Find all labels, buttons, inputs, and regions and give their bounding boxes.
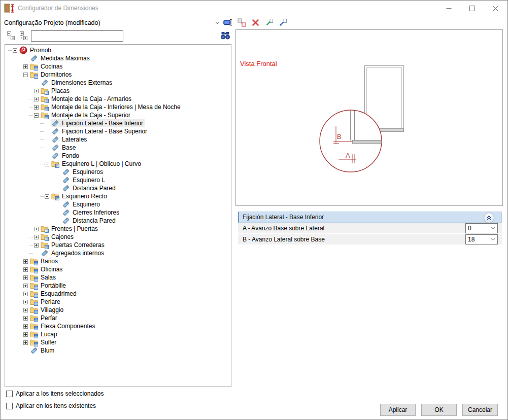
tree-item-content[interactable]: Sulfer [30, 338, 58, 346]
tree-item-content[interactable]: Montaje de la Caja - Armarios [41, 95, 133, 103]
checkbox-box[interactable] [6, 403, 13, 409]
tree-item-content[interactable]: Cocinas [30, 62, 64, 71]
tree-item-content[interactable]: Portábille [30, 282, 67, 290]
tree-item[interactable]: Puertas Correderas [5, 241, 231, 249]
search-input[interactable] [31, 30, 123, 42]
tree-item[interactable]: Villaggio [5, 306, 231, 314]
tree-item[interactable]: Portábille [5, 282, 231, 290]
tree-item[interactable]: Esquinero L [5, 176, 231, 184]
tree-item-content[interactable]: Salas [30, 273, 57, 282]
config-selector[interactable]: Configuração Projeto (modificado) [4, 18, 220, 28]
tree-item-content[interactable]: Montaje de la Caja - Inferiores | Mesa d… [41, 103, 182, 111]
tree-item-content[interactable]: Esquadrimed [30, 290, 78, 298]
tree-item[interactable]: Medidas Máximas [5, 54, 231, 62]
expand-toggle-icon[interactable] [23, 332, 28, 337]
expand-toggle-icon[interactable] [23, 316, 28, 321]
tree-item-content[interactable]: Dimensiones Externas [41, 79, 114, 87]
tree-item-content[interactable]: Perfar [30, 314, 59, 322]
tree-item-content[interactable]: Blum [30, 346, 56, 355]
maximize-button[interactable] [460, 1, 484, 16]
tree-item-content[interactable]: Distancia Pared [62, 217, 117, 225]
collapse-toggle-icon[interactable] [13, 48, 17, 53]
tree-item-content[interactable]: Cajones [41, 233, 75, 241]
tree-item[interactable]: Frentes | Puertas [5, 225, 231, 233]
tree-item-content[interactable]: Distancia Pared [62, 184, 117, 192]
double-chevron-up-icon[interactable] [484, 213, 494, 223]
tree-item[interactable]: Cajones [5, 233, 231, 241]
tree-item[interactable]: Distancia Pared [5, 217, 231, 225]
expand-toggle-icon[interactable] [23, 340, 28, 345]
tree-item[interactable]: Distancia Pared [5, 184, 231, 192]
tree-item[interactable]: Dormitorios [5, 71, 231, 79]
tree-item[interactable]: Promob [5, 46, 231, 54]
tree-item[interactable]: Montaje de la Caja - Armarios [5, 95, 231, 103]
expand-toggle-icon[interactable] [23, 64, 28, 69]
tree-item-selected[interactable]: Fijación Lateral - Base Inferior [51, 119, 145, 127]
import-config-icon[interactable] [278, 17, 288, 27]
collapse-toggle-icon[interactable] [45, 194, 49, 199]
checkbox-apply-existing[interactable]: Aplicar en los itens existentes [6, 402, 96, 409]
expand-toggle-icon[interactable] [34, 243, 39, 248]
tree-item-content[interactable]: Laterales [51, 135, 88, 144]
expand-toggle-icon[interactable] [23, 259, 28, 264]
binoculars-icon[interactable] [220, 31, 230, 40]
collapse-toggle-icon[interactable] [45, 162, 49, 166]
tree-item[interactable]: Oficinas [5, 265, 231, 273]
tree-item[interactable]: Agregados internos [5, 249, 231, 257]
tree-item[interactable]: Montaje de la Caja - Inferiores | Mesa d… [5, 103, 231, 111]
expand-toggle-icon[interactable] [34, 105, 39, 110]
tree-item-content[interactable]: Cierres Inferiores [62, 208, 121, 217]
expand-toggle-icon[interactable] [23, 275, 28, 280]
tree-item[interactable]: Esquinero Recto [5, 192, 231, 200]
delete-config-icon[interactable] [250, 17, 260, 27]
tree-item[interactable]: Placas [5, 87, 231, 95]
tree-item-content[interactable]: Dormitorios [30, 71, 73, 79]
tree-item-content[interactable]: Frentes | Puertas [41, 225, 99, 233]
tree-item-content[interactable]: Lucap [30, 330, 59, 338]
expand-toggle-icon[interactable] [23, 300, 28, 304]
tree-item-content[interactable]: Flexa Componentes [30, 322, 96, 330]
rename-config-icon[interactable] [223, 17, 233, 27]
tree-item-content[interactable]: Fijación Lateral - Base Superior [51, 127, 149, 135]
apply-button[interactable]: Aplicar [380, 404, 416, 416]
expand-toggle-icon[interactable] [34, 97, 39, 101]
expand-toggle-icon[interactable] [34, 89, 39, 93]
tree-item-content[interactable]: Esquinero Recto [51, 192, 109, 200]
tree-item-content[interactable]: Medidas Máximas [30, 54, 91, 62]
tree-item[interactable]: Fijación Lateral - Base Superior [5, 127, 231, 135]
tree-item[interactable]: Esquadrimed [5, 290, 231, 298]
tree-item-content[interactable]: Esquineros [62, 168, 105, 176]
tree-item[interactable]: Salas [5, 273, 231, 282]
tree-item[interactable]: Montaje de la Caja - Superior [5, 111, 231, 119]
tree-item-content[interactable]: Villaggio [30, 306, 65, 314]
param-value-combobox[interactable]: 18 [465, 234, 498, 244]
tree-item[interactable]: Esquineros [5, 168, 231, 176]
checkbox-apply-selected[interactable]: Aplicar a los itens seleccionados [6, 390, 104, 397]
param-value-combobox[interactable]: 0 [465, 223, 498, 233]
tree-item[interactable]: Esquinero L | Oblicuo | Curvo [5, 160, 231, 168]
expand-all-icon[interactable] [20, 31, 29, 42]
tree-item[interactable]: Cocinas [5, 62, 231, 71]
tree-item-content[interactable]: Fondo [51, 152, 81, 160]
tree-item-content[interactable]: Agregados internos [41, 249, 106, 257]
tree-item[interactable]: Laterales [5, 135, 231, 144]
expand-toggle-icon[interactable] [23, 284, 28, 288]
collapse-all-icon[interactable] [7, 31, 16, 42]
tree-item[interactable]: Esquinero [5, 200, 231, 208]
tree-item-content[interactable]: Placas [41, 87, 71, 95]
expand-toggle-icon[interactable] [23, 308, 28, 312]
tree-item[interactable]: Perlare [5, 298, 231, 306]
copy-config-icon[interactable] [236, 17, 247, 27]
tree-item-content[interactable]: Esquinero L | Oblicuo | Curvo [51, 160, 143, 168]
tree-item[interactable]: Fijación Lateral - Base Inferior [5, 119, 231, 127]
collapse-toggle-icon[interactable] [23, 73, 28, 77]
expand-toggle-icon[interactable] [23, 292, 28, 296]
tree-item[interactable]: Sulfer [5, 338, 231, 346]
checkbox-box[interactable] [6, 391, 13, 397]
tree-item-content[interactable]: Esquinero L [62, 176, 107, 184]
tree-item[interactable]: Dimensiones Externas [5, 79, 231, 87]
expand-toggle-icon[interactable] [34, 227, 39, 231]
tree-item-content[interactable]: Puertas Correderas [41, 241, 106, 249]
export-config-icon[interactable] [264, 17, 274, 27]
expand-toggle-icon[interactable] [23, 324, 28, 329]
